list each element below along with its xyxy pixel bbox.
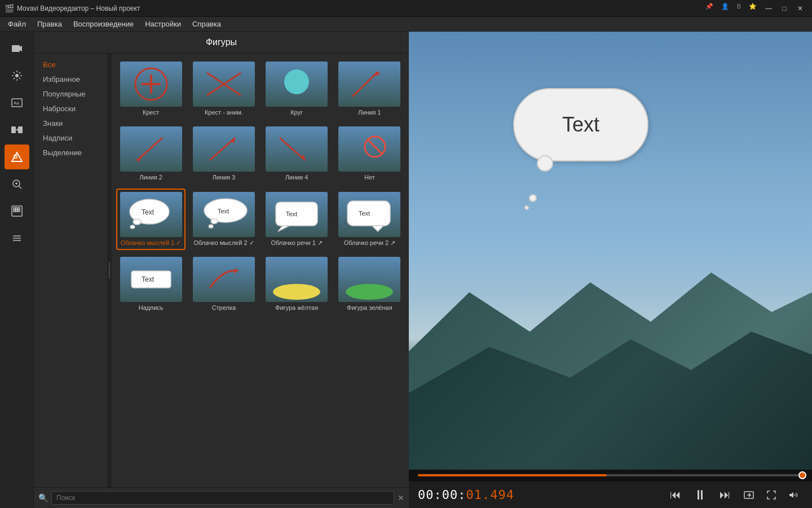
svg-point-2 xyxy=(15,74,19,77)
figure-cross-fav[interactable]: ♡ xyxy=(122,64,130,73)
toolbar-shapes[interactable] xyxy=(5,144,29,169)
titlebar-title: Movavi Видеоредактор – Новый проект xyxy=(17,5,702,12)
search-input[interactable] xyxy=(51,491,394,505)
toolbar-video[interactable] xyxy=(5,36,29,61)
svg-point-54 xyxy=(211,218,218,224)
figure-line3[interactable]: ♡ Линия 3 xyxy=(189,123,258,185)
figure-line2[interactable]: ♡ Линия 2 xyxy=(116,123,186,185)
figure-line2-thumb: ♡ xyxy=(120,126,182,172)
svg-point-50 xyxy=(130,225,135,229)
figure-none-fav[interactable]: ♡ xyxy=(341,129,348,138)
menu-settings[interactable]: Настройки xyxy=(139,18,187,30)
category-popular[interactable]: Популярные xyxy=(38,87,103,100)
category-sketches[interactable]: Наброски xyxy=(38,102,103,115)
svg-text:Text: Text xyxy=(359,210,370,217)
figure-speech2-thumb: ♡ Text xyxy=(338,192,400,237)
figure-speech1-fav[interactable]: ♡ xyxy=(268,194,275,203)
close-button[interactable]: ✕ xyxy=(793,3,807,14)
star-icon[interactable]: ⭐ xyxy=(745,3,760,14)
figure-speech2[interactable]: ♡ Text Облачко речи 2 ↗ xyxy=(335,189,404,250)
figure-arrow-red-fav[interactable]: ♡ xyxy=(195,259,202,268)
figure-green-thumb: ♡ xyxy=(338,257,400,302)
pin-icon[interactable]: 📌 xyxy=(702,3,717,14)
time-seconds: 01.494 xyxy=(466,488,514,502)
minimize-button[interactable]: — xyxy=(761,3,776,14)
panel-area: Фигуры Все Избранное Популярные Наброски… xyxy=(34,32,409,508)
mountain-background: Text xyxy=(409,32,812,470)
toolbar-transitions[interactable] xyxy=(5,117,29,142)
category-signs[interactable]: Знаки xyxy=(38,117,103,130)
menu-edit[interactable]: Правка xyxy=(32,18,68,30)
figure-cross-anim-fav[interactable]: ♡ xyxy=(195,64,202,73)
figure-speech2-label: Облачко речи 2 ↗ xyxy=(344,239,395,247)
category-favorites[interactable]: Избранное xyxy=(38,73,103,86)
menu-playback[interactable]: Воспроизведение xyxy=(68,18,139,30)
toolbar-list[interactable] xyxy=(5,226,29,251)
figure-yellow-thumb: ♡ xyxy=(266,257,328,302)
figure-speech1-thumb: ♡ Text xyxy=(266,192,328,237)
svg-point-71 xyxy=(273,284,320,300)
preview-area: Text 00:00:01.494 ⏮ ⏸ ⏭ xyxy=(409,32,812,508)
titlebar: 🎬 Movavi Видеоредактор – Новый проект 📌 … xyxy=(0,0,812,17)
figure-none[interactable]: ♡ Нет xyxy=(335,123,404,185)
figure-cross-anim[interactable]: ♡ Крест - аним. xyxy=(189,58,258,120)
figure-yellow-fav[interactable]: ♡ xyxy=(268,259,275,268)
figure-line4-fav[interactable]: ♡ xyxy=(268,129,275,138)
figure-line4[interactable]: ♡ Линия 4 xyxy=(262,123,332,185)
figure-line4-thumb: ♡ xyxy=(266,126,328,172)
volume-button[interactable] xyxy=(785,486,803,504)
search-clear-button[interactable]: ✕ xyxy=(398,493,404,502)
toolbar-filters[interactable] xyxy=(5,199,29,224)
figure-line1-fav[interactable]: ♡ xyxy=(341,64,348,73)
svg-rect-17 xyxy=(14,210,15,212)
figure-text-label-fav[interactable]: ♡ xyxy=(122,259,130,268)
figure-line2-fav[interactable]: ♡ xyxy=(122,129,130,138)
svg-point-49 xyxy=(133,219,141,225)
figure-none-thumb: ♡ xyxy=(338,126,400,172)
progress-track[interactable] xyxy=(418,474,803,476)
panel-divider xyxy=(107,54,112,487)
fullscreen-button[interactable] xyxy=(762,486,780,504)
toolbar-effects[interactable] xyxy=(5,63,29,88)
b-icon[interactable]: B xyxy=(734,3,744,14)
category-captions[interactable]: Надписи xyxy=(38,132,103,144)
figure-line3-label: Линия 3 xyxy=(213,173,236,181)
figure-yellow[interactable]: ♡ Фигура жёлтая xyxy=(262,253,332,315)
figure-circle[interactable]: ♡ Круг xyxy=(262,58,332,120)
menubar: Файл Правка Воспроизведение Настройки Сп… xyxy=(0,17,812,32)
figure-speech1[interactable]: ♡ Text Облачко речи 1 ↗ xyxy=(262,189,332,250)
figure-line3-fav[interactable]: ♡ xyxy=(195,129,202,138)
figure-text-label-thumb: ♡ Text xyxy=(120,257,182,302)
figure-circle-fav[interactable]: ♡ xyxy=(268,64,275,73)
figure-green-fav[interactable]: ♡ xyxy=(341,259,348,268)
figure-thought2-fav[interactable]: ♡ xyxy=(195,194,202,203)
menu-help[interactable]: Справка xyxy=(187,18,227,30)
progress-fill xyxy=(418,474,607,476)
figure-thought1-fav[interactable]: ♡ xyxy=(122,194,130,203)
figure-green[interactable]: ♡ Фигура зелёная xyxy=(335,253,404,315)
transport-right-controls xyxy=(740,486,803,504)
skip-forward-button[interactable]: ⏭ xyxy=(715,485,735,505)
figure-speech2-fav[interactable]: ♡ xyxy=(341,194,348,203)
search-bar: 🔍 ✕ xyxy=(34,487,409,508)
toolbar-zoom[interactable] xyxy=(5,172,29,196)
profile-icon[interactable]: 👤 xyxy=(718,3,732,14)
search-icon: 🔍 xyxy=(38,493,48,502)
menu-file[interactable]: Файл xyxy=(2,18,32,30)
maximize-button[interactable]: □ xyxy=(777,3,792,14)
svg-rect-0 xyxy=(12,45,20,52)
figure-thought1[interactable]: ♡ Text Облачко мыслей 1 xyxy=(116,189,186,250)
figure-line1[interactable]: ♡ Линия 1 xyxy=(335,58,404,120)
figure-text-label[interactable]: ♡ Text Надпись xyxy=(116,253,186,315)
skip-back-button[interactable]: ⏮ xyxy=(665,485,686,505)
pause-button[interactable]: ⏸ xyxy=(690,485,710,505)
toolbar-titles[interactable]: Aa xyxy=(5,90,29,115)
progress-thumb[interactable] xyxy=(798,471,806,479)
figure-cross[interactable]: ♡ Крест xyxy=(116,58,186,120)
export-button[interactable] xyxy=(740,486,758,504)
figure-thought2[interactable]: ♡ Text Облачко мыслей 2 xyxy=(189,189,258,250)
category-all[interactable]: Все xyxy=(38,58,103,71)
category-selection[interactable]: Выделение xyxy=(38,146,103,159)
figures-grid: ♡ Крест xyxy=(116,58,404,315)
figure-arrow-red[interactable]: ♡ Стрелка xyxy=(189,253,258,315)
